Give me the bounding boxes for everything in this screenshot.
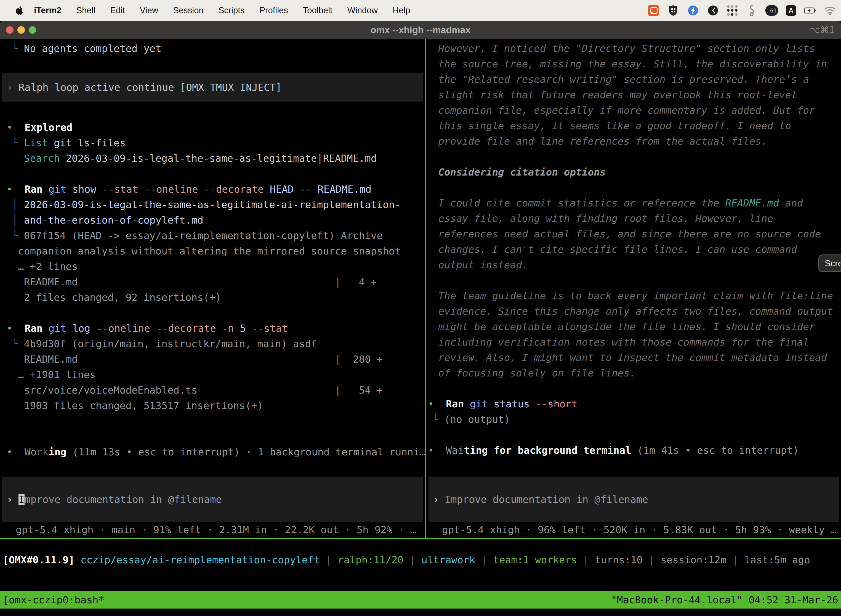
text-segment: git (42, 183, 66, 195)
text-segment: (no output) (444, 414, 510, 425)
menu-item-iterm2[interactable]: iTerm2 (26, 6, 69, 15)
text-segment: └ (12, 230, 24, 241)
terminal-line: └ (no output) (426, 412, 841, 427)
screen-indicator-button[interactable]: Scre (818, 254, 841, 272)
text-segment: 067f154 (HEAD -> essay/ai-reimplementati… (24, 230, 383, 241)
text-segment: Wo (25, 446, 37, 458)
terminal-line: evidence. Since this change only affects… (426, 304, 841, 319)
text-segment: last:5m ago (744, 554, 810, 566)
text-segment: • (7, 446, 25, 458)
text-segment: session:12m (661, 554, 726, 566)
terminal-line: The team guideline is to back every impo… (426, 288, 841, 304)
dots-grid-icon[interactable] (727, 5, 738, 16)
text-segment: 4b9d30f (origin/main, instructkr/main, m… (24, 338, 317, 349)
text-segment: └ (12, 43, 24, 54)
indent (426, 321, 438, 332)
text-segment: README.md (312, 183, 371, 195)
prompt-chevron: › (433, 494, 445, 505)
indent (0, 338, 12, 349)
text-segment: --decorate (198, 183, 264, 195)
text-segment: the source tree, missing the essay. Stil… (438, 58, 827, 70)
text-segment: --oneline (90, 323, 150, 334)
menu-item-toolbelt[interactable]: Toolbelt (296, 6, 340, 15)
indent (0, 230, 12, 241)
prompt-chevron: › (7, 494, 19, 505)
text-segment: Ran (25, 323, 42, 334)
text-segment: cczip/essay/ai-reimplementation-copyleft (81, 554, 320, 566)
menu-item-profiles[interactable]: Profiles (252, 6, 295, 15)
text-segment: 5 (234, 323, 246, 334)
terminal-line: └ 067f154 (HEAD -> essay/ai-reimplementa… (0, 228, 425, 243)
window-title: omx --xhigh --madmax (0, 25, 841, 35)
text-segment: README.md | 280 + (24, 353, 383, 365)
timer-badge-icon[interactable]: ..61 (765, 5, 778, 16)
wifi-icon[interactable] (824, 4, 836, 16)
menu-item-shell[interactable]: Shell (69, 6, 103, 15)
terminal-line: review. Also, I might want to inspect th… (426, 350, 841, 365)
indent (0, 369, 18, 380)
right-model-status: gpt-5.4 xhigh · 96% left · 520K in · 5.8… (426, 522, 841, 538)
terminal-line: │ and-the-erosion-of-copyleft.md (0, 213, 425, 228)
text-segment: changes, I can't cite specific file line… (438, 244, 797, 255)
text-segment: --short (529, 398, 577, 409)
text-cursor: I (19, 494, 25, 505)
right-input-text: Improve documentation in @filename (445, 494, 648, 505)
terminal-line: the source tree, missing the essay. Stil… (426, 56, 841, 72)
a-app-icon[interactable]: A (786, 5, 796, 16)
battery-icon[interactable] (804, 4, 816, 16)
terminal-line: references need actual files, and since … (426, 226, 841, 242)
apple-menu-icon[interactable] (15, 6, 24, 15)
menu-items: iTerm2ShellEditViewSessionScriptsProfile… (26, 6, 418, 15)
text-segment: • (7, 183, 25, 195)
squiggle-icon[interactable] (746, 4, 757, 16)
terminal-line: essay file, along with finding root file… (426, 211, 841, 226)
text-segment: (11m 13s • esc to interrupt) · 1 backgro… (66, 446, 425, 458)
menu-item-edit[interactable]: Edit (103, 6, 132, 15)
indent (426, 213, 438, 224)
dark-crescent-icon[interactable] (707, 4, 719, 16)
text-segment: companion file, especially if more comme… (438, 105, 815, 116)
menu-item-view[interactable]: View (132, 6, 166, 15)
right-terminal-pane[interactable]: However, I noticed the "Directory Struct… (426, 39, 841, 538)
terminal-line (426, 180, 841, 195)
terminal-line (426, 273, 841, 288)
text-segment: │ (12, 214, 24, 226)
indent (426, 58, 438, 70)
terminal-line: the "Related research writing" section i… (426, 72, 841, 87)
terminal-line: README.md | 4 + (0, 274, 425, 290)
menu-item-session[interactable]: Session (166, 6, 211, 15)
text-segment: this single essay, it seems like a good … (438, 120, 791, 131)
chat-app-icon[interactable] (647, 4, 659, 16)
indent (426, 336, 438, 348)
text-segment: the "Related research writing" section i… (438, 74, 809, 85)
indent (0, 137, 12, 148)
text-segment: … +1901 lines (18, 369, 96, 380)
terminal-line: output instead. (426, 257, 841, 273)
indent (426, 197, 438, 209)
indent (0, 153, 24, 164)
indent (426, 166, 438, 178)
terminal-line: including verification notes with those … (426, 334, 841, 350)
text-segment: └ (12, 338, 24, 349)
terminal-line (426, 381, 841, 396)
text-segment: rk (37, 446, 48, 458)
text-segment: show (66, 183, 96, 195)
indent (426, 290, 438, 301)
right-prompt-input[interactable]: › Improve documentation in @filename (428, 477, 839, 522)
text-segment: log (66, 323, 91, 334)
text-segment: › (7, 82, 19, 93)
text-segment: │ (12, 199, 24, 210)
blue-badge-icon[interactable] (687, 4, 699, 16)
terminal-line: 1903 files changed, 513517 insertions(+) (0, 398, 425, 414)
text-segment: … +2 lines (18, 261, 78, 272)
shield-grid-icon[interactable] (667, 4, 679, 16)
menu-item-help[interactable]: Help (385, 6, 418, 15)
menu-item-scripts[interactable]: Scripts (211, 6, 252, 15)
menu-item-window[interactable]: Window (340, 6, 385, 15)
terminal-line: this single essay, it seems like a good … (426, 118, 841, 133)
left-terminal-pane[interactable]: └ No agents completed yet › Ralph loop a… (0, 39, 425, 538)
terminal-line: • Ran git log --oneline --decorate -n 5 … (0, 321, 425, 336)
left-model-status: gpt-5.4 xhigh · main · 91% left · 2.31M … (0, 522, 425, 538)
left-prompt-input[interactable]: › Improve documentation in @filename (2, 477, 423, 522)
text-segment: List (24, 137, 48, 148)
